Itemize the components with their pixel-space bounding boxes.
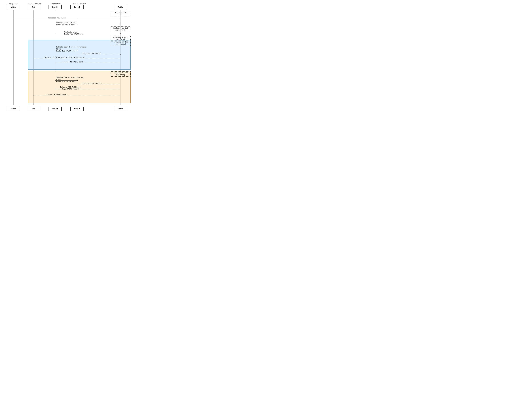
s2-receives150-label: ·Receives 150 TAIKO · — [82, 82, 102, 84]
actor-alice-bottom: Alice — [7, 107, 20, 111]
s2-returns492-label: Returns 492 TAIKO bond+ 37,5 TAIKO rewar… — [60, 86, 81, 90]
s2-loses75-label: · Loses 75 TAIKO bond · — [46, 94, 68, 96]
role-tier1prover: Tier 1 Prover — [26, 3, 42, 5]
s1-returns75-label: · Returns 75 TAIKO bond + 37,5 TAIKO rew… — [43, 56, 86, 58]
role-contester: Contester — [49, 3, 62, 5]
actor-taiko-bottom: Taiko — [114, 107, 127, 111]
actor-alice-top: Alice — [7, 5, 20, 9]
submits-proof-label: Submits proof (H1→H2) — [56, 22, 77, 24]
s2-h1h3-label: H1→H3 — [56, 79, 61, 81]
proposes-block-arrow — [13, 19, 120, 19]
sequence-diagram: Proposer Tier 1 Prover Contester Tier 2 … — [3, 3, 131, 112]
scenario1-label-box: Scenario 1: Bob was correct — [111, 41, 131, 46]
role-tier2prover: Tier 2 Prover — [71, 3, 87, 5]
actor-david-top: David — [70, 5, 84, 9]
s1-submits-label: Submits tier-2 proof confirming — [56, 46, 86, 48]
scenario2-label-box: Scenario 2: Bob was wrong — [111, 71, 131, 77]
s2-submits-label: Submits tier-2 proof showing — [56, 77, 83, 79]
lifeline-alice — [13, 10, 14, 105]
cooldown-box: Cooldown periodstarts (24H) — [111, 26, 130, 32]
submits-proof-arrow — [33, 24, 120, 24]
s1-receives150-label: ·Receives 150 TAIKO· — [82, 52, 101, 54]
s2-posts150-label: Posts 150 TAIKO bond — [56, 81, 76, 82]
s1-h1h2-label: H1→H2 — [56, 48, 61, 50]
actor-david-bottom: David — [70, 107, 84, 111]
posts-492-label: Posts 492 TAIKO bond — [64, 33, 84, 35]
submits-bond-label: Posts 75 TAIKO bond — [56, 24, 75, 26]
actor-cindy-top: Cindy — [48, 5, 62, 9]
actor-bob-top: Bob — [27, 5, 40, 9]
role-proposer: Proposer — [7, 3, 20, 5]
proposes-block-label: Proposes new block — [48, 17, 66, 19]
actor-bob-bottom: Bob — [27, 107, 40, 111]
s1-loses492-label: · Loses 492 TAIKO bond · — [62, 61, 85, 63]
actor-cindy-bottom: Cindy — [48, 107, 62, 111]
initial-state-box: Initial State: H1 — [111, 11, 130, 16]
actor-taiko-top: Taiko — [114, 5, 127, 9]
contests-proof-label: Contests proof — [64, 31, 78, 33]
s1-posts150-label: Posts 150 TAIKO bond — [56, 50, 76, 52]
